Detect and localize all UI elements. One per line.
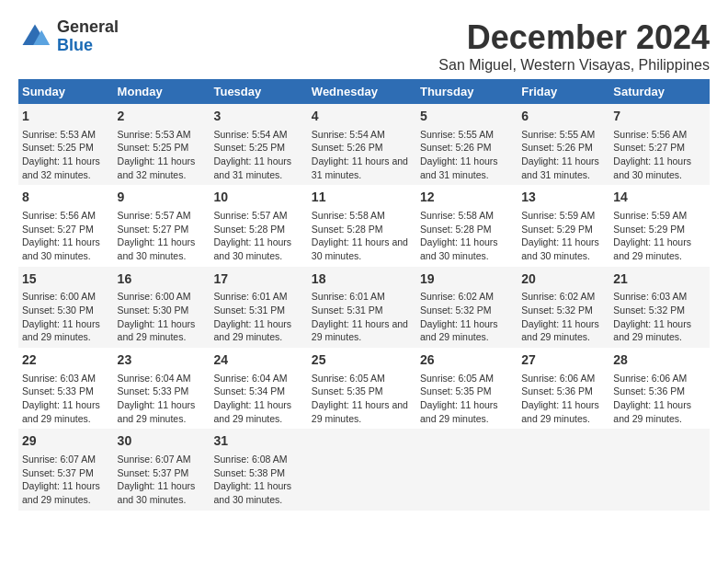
week-row-4: 22Sunrise: 6:03 AM Sunset: 5:33 PM Dayli… <box>18 348 710 429</box>
calendar-cell <box>416 429 518 510</box>
calendar-cell: 19Sunrise: 6:02 AM Sunset: 5:32 PM Dayli… <box>416 267 518 348</box>
logo-icon <box>18 20 51 53</box>
calendar-cell: 1Sunrise: 5:53 AM Sunset: 5:25 PM Daylig… <box>18 104 114 185</box>
calendar-cell: 13Sunrise: 5:59 AM Sunset: 5:29 PM Dayli… <box>518 185 609 266</box>
calendar-cell: 25Sunrise: 6:05 AM Sunset: 5:35 PM Dayli… <box>308 348 416 429</box>
day-info: Sunrise: 5:56 AM Sunset: 5:27 PM Dayligh… <box>22 209 110 263</box>
day-number: 18 <box>312 270 413 289</box>
calendar-cell: 26Sunrise: 6:05 AM Sunset: 5:35 PM Dayli… <box>416 348 518 429</box>
calendar-table: SundayMondayTuesdayWednesdayThursdayFrid… <box>18 79 710 511</box>
day-number: 25 <box>312 351 413 370</box>
calendar-cell: 2Sunrise: 5:53 AM Sunset: 5:25 PM Daylig… <box>114 104 210 185</box>
day-info: Sunrise: 6:05 AM Sunset: 5:35 PM Dayligh… <box>312 372 413 426</box>
day-number: 17 <box>213 270 303 289</box>
day-number: 5 <box>420 108 514 126</box>
calendar-cell: 17Sunrise: 6:01 AM Sunset: 5:31 PM Dayli… <box>210 267 307 348</box>
week-row-3: 15Sunrise: 6:00 AM Sunset: 5:30 PM Dayli… <box>18 267 710 348</box>
day-info: Sunrise: 5:58 AM Sunset: 5:28 PM Dayligh… <box>420 209 514 263</box>
day-number: 2 <box>118 108 207 126</box>
day-number: 14 <box>613 189 706 207</box>
day-number: 26 <box>420 351 514 370</box>
day-number: 19 <box>420 270 514 289</box>
day-number: 1 <box>22 108 110 126</box>
day-number: 22 <box>22 351 110 370</box>
day-number: 15 <box>22 270 110 289</box>
day-info: Sunrise: 6:00 AM Sunset: 5:30 PM Dayligh… <box>118 290 207 344</box>
day-number: 9 <box>118 189 207 207</box>
day-info: Sunrise: 6:03 AM Sunset: 5:32 PM Dayligh… <box>613 290 706 344</box>
day-info: Sunrise: 6:06 AM Sunset: 5:36 PM Dayligh… <box>613 372 706 426</box>
calendar-cell <box>308 429 416 510</box>
calendar-cell: 10Sunrise: 5:57 AM Sunset: 5:28 PM Dayli… <box>210 185 307 266</box>
calendar-cell: 14Sunrise: 5:59 AM Sunset: 5:29 PM Dayli… <box>609 185 710 266</box>
header-cell-friday: Friday <box>518 79 609 104</box>
calendar-cell: 29Sunrise: 6:07 AM Sunset: 5:37 PM Dayli… <box>18 429 114 510</box>
week-row-5: 29Sunrise: 6:07 AM Sunset: 5:37 PM Dayli… <box>18 429 710 510</box>
day-info: Sunrise: 6:02 AM Sunset: 5:32 PM Dayligh… <box>420 290 514 344</box>
header-cell-sunday: Sunday <box>18 79 114 104</box>
day-number: 30 <box>118 432 207 451</box>
calendar-cell: 15Sunrise: 6:00 AM Sunset: 5:30 PM Dayli… <box>18 267 114 348</box>
day-info: Sunrise: 5:54 AM Sunset: 5:26 PM Dayligh… <box>312 128 413 182</box>
calendar-cell: 20Sunrise: 6:02 AM Sunset: 5:32 PM Dayli… <box>518 267 609 348</box>
day-number: 23 <box>118 351 207 370</box>
day-info: Sunrise: 5:59 AM Sunset: 5:29 PM Dayligh… <box>613 209 706 263</box>
main-title: December 2024 <box>438 18 710 57</box>
day-number: 13 <box>521 189 606 207</box>
header-cell-saturday: Saturday <box>609 79 710 104</box>
day-number: 12 <box>420 189 514 207</box>
day-info: Sunrise: 5:53 AM Sunset: 5:25 PM Dayligh… <box>118 128 207 182</box>
day-info: Sunrise: 6:02 AM Sunset: 5:32 PM Dayligh… <box>521 290 606 344</box>
day-info: Sunrise: 6:01 AM Sunset: 5:31 PM Dayligh… <box>213 290 303 344</box>
logo-text: General Blue <box>57 18 119 55</box>
calendar-cell: 12Sunrise: 5:58 AM Sunset: 5:28 PM Dayli… <box>416 185 518 266</box>
title-area: December 2024 San Miguel, Western Visaya… <box>438 18 710 74</box>
day-info: Sunrise: 5:54 AM Sunset: 5:25 PM Dayligh… <box>213 128 303 182</box>
header-row: SundayMondayTuesdayWednesdayThursdayFrid… <box>18 79 710 104</box>
calendar-cell: 8Sunrise: 5:56 AM Sunset: 5:27 PM Daylig… <box>18 185 114 266</box>
calendar-cell: 27Sunrise: 6:06 AM Sunset: 5:36 PM Dayli… <box>518 348 609 429</box>
header-cell-wednesday: Wednesday <box>308 79 416 104</box>
calendar-cell: 23Sunrise: 6:04 AM Sunset: 5:33 PM Dayli… <box>114 348 210 429</box>
day-info: Sunrise: 5:57 AM Sunset: 5:28 PM Dayligh… <box>213 209 303 263</box>
calendar-cell: 7Sunrise: 5:56 AM Sunset: 5:27 PM Daylig… <box>609 104 710 185</box>
calendar-cell: 21Sunrise: 6:03 AM Sunset: 5:32 PM Dayli… <box>609 267 710 348</box>
subtitle: San Miguel, Western Visayas, Philippines <box>438 57 710 74</box>
week-row-2: 8Sunrise: 5:56 AM Sunset: 5:27 PM Daylig… <box>18 185 710 266</box>
day-number: 11 <box>312 189 413 207</box>
day-number: 29 <box>22 432 110 451</box>
day-number: 3 <box>213 108 303 126</box>
day-info: Sunrise: 6:04 AM Sunset: 5:34 PM Dayligh… <box>213 372 303 426</box>
header-cell-thursday: Thursday <box>416 79 518 104</box>
day-info: Sunrise: 5:55 AM Sunset: 5:26 PM Dayligh… <box>521 128 606 182</box>
day-info: Sunrise: 6:08 AM Sunset: 5:38 PM Dayligh… <box>213 453 303 507</box>
header-cell-monday: Monday <box>114 79 210 104</box>
day-number: 21 <box>613 270 706 289</box>
day-info: Sunrise: 6:06 AM Sunset: 5:36 PM Dayligh… <box>521 372 606 426</box>
calendar-cell <box>518 429 609 510</box>
day-number: 20 <box>521 270 606 289</box>
calendar-cell: 24Sunrise: 6:04 AM Sunset: 5:34 PM Dayli… <box>210 348 307 429</box>
day-info: Sunrise: 6:00 AM Sunset: 5:30 PM Dayligh… <box>22 290 110 344</box>
calendar-cell: 18Sunrise: 6:01 AM Sunset: 5:31 PM Dayli… <box>308 267 416 348</box>
calendar-cell: 30Sunrise: 6:07 AM Sunset: 5:37 PM Dayli… <box>114 429 210 510</box>
day-info: Sunrise: 5:55 AM Sunset: 5:26 PM Dayligh… <box>420 128 514 182</box>
calendar-cell: 5Sunrise: 5:55 AM Sunset: 5:26 PM Daylig… <box>416 104 518 185</box>
calendar-cell: 16Sunrise: 6:00 AM Sunset: 5:30 PM Dayli… <box>114 267 210 348</box>
day-number: 7 <box>613 108 706 126</box>
header-cell-tuesday: Tuesday <box>210 79 307 104</box>
calendar-cell: 22Sunrise: 6:03 AM Sunset: 5:33 PM Dayli… <box>18 348 114 429</box>
week-row-1: 1Sunrise: 5:53 AM Sunset: 5:25 PM Daylig… <box>18 104 710 185</box>
day-info: Sunrise: 5:53 AM Sunset: 5:25 PM Dayligh… <box>22 128 110 182</box>
header: General Blue December 2024 San Miguel, W… <box>18 18 710 74</box>
day-number: 6 <box>521 108 606 126</box>
calendar-cell: 9Sunrise: 5:57 AM Sunset: 5:27 PM Daylig… <box>114 185 210 266</box>
day-info: Sunrise: 5:57 AM Sunset: 5:27 PM Dayligh… <box>118 209 207 263</box>
day-number: 10 <box>213 189 303 207</box>
day-info: Sunrise: 6:05 AM Sunset: 5:35 PM Dayligh… <box>420 372 514 426</box>
day-number: 28 <box>613 351 706 370</box>
day-number: 31 <box>213 432 303 451</box>
day-info: Sunrise: 6:07 AM Sunset: 5:37 PM Dayligh… <box>118 453 207 507</box>
calendar-cell: 6Sunrise: 5:55 AM Sunset: 5:26 PM Daylig… <box>518 104 609 185</box>
day-info: Sunrise: 6:04 AM Sunset: 5:33 PM Dayligh… <box>118 372 207 426</box>
